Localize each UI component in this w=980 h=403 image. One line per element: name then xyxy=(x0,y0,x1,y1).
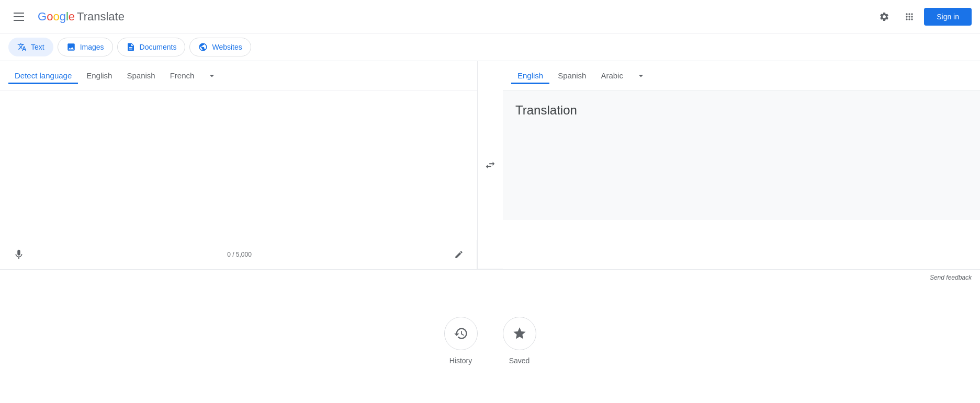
source-more-languages-button[interactable] xyxy=(202,66,221,85)
app-header: Google Translate Sign in xyxy=(0,0,980,33)
chevron-down-icon xyxy=(207,71,217,81)
source-lang-bar: Detect language English Spanish French xyxy=(0,61,477,90)
saved-label: Saved xyxy=(509,356,530,365)
apps-button[interactable] xyxy=(899,6,920,27)
source-spanish-button[interactable]: Spanish xyxy=(120,67,161,84)
source-text-area-panel xyxy=(0,90,477,240)
swap-icon xyxy=(485,159,496,171)
bottom-actions-section: History Saved xyxy=(0,285,980,386)
target-lang-bar: English Spanish Arabic xyxy=(503,61,980,90)
menu-button[interactable] xyxy=(8,6,29,27)
swap-languages-button[interactable] xyxy=(478,61,503,269)
translation-output: Translation xyxy=(503,90,980,195)
tab-images[interactable]: Images xyxy=(58,38,113,56)
target-panel: English Spanish Arabic Translation xyxy=(503,61,980,269)
tab-text[interactable]: Text xyxy=(8,38,53,56)
detect-language-button[interactable]: Detect language xyxy=(8,67,78,84)
tab-images-label: Images xyxy=(80,43,104,51)
edit-button[interactable] xyxy=(449,245,468,264)
microphone-button[interactable] xyxy=(8,244,29,265)
target-spanish-button[interactable]: Spanish xyxy=(551,67,592,84)
history-icon xyxy=(454,326,468,341)
source-panel: Detect language English Spanish French 0… xyxy=(0,61,478,269)
target-footer xyxy=(503,195,980,220)
history-action[interactable]: History xyxy=(444,317,478,365)
translator-container: Detect language English Spanish French 0… xyxy=(0,61,980,270)
source-text-input[interactable] xyxy=(0,90,477,238)
app-logo[interactable]: Google Translate xyxy=(38,10,125,24)
tab-text-label: Text xyxy=(31,43,44,51)
source-english-button[interactable]: English xyxy=(80,67,118,84)
gear-icon xyxy=(879,11,889,22)
tab-documents-label: Documents xyxy=(140,43,177,51)
saved-action[interactable]: Saved xyxy=(503,317,536,365)
logo-translate-text: Translate xyxy=(77,10,125,24)
header-left: Google Translate xyxy=(8,6,125,27)
target-arabic-button[interactable]: Arabic xyxy=(594,67,629,84)
grid-icon xyxy=(904,11,915,22)
sign-in-button[interactable]: Sign in xyxy=(924,8,972,26)
settings-button[interactable] xyxy=(874,6,895,27)
source-footer: 0 / 5,000 xyxy=(0,240,477,269)
tab-websites-label: Websites xyxy=(212,43,242,51)
star-icon xyxy=(512,326,527,341)
websites-tab-icon xyxy=(198,42,208,52)
microphone-icon xyxy=(13,249,25,260)
header-right: Sign in xyxy=(874,6,972,27)
char-count: 0 / 5,000 xyxy=(227,251,252,258)
target-text-area-panel: Translation xyxy=(503,90,980,195)
send-feedback-section: Send feedback xyxy=(0,270,980,285)
images-tab-icon xyxy=(66,42,76,52)
mode-tab-bar: Text Images Documents Websites xyxy=(0,33,980,61)
tab-websites[interactable]: Websites xyxy=(189,38,251,56)
saved-circle-button[interactable] xyxy=(503,317,536,350)
source-french-button[interactable]: French xyxy=(164,67,201,84)
text-tab-icon xyxy=(17,42,27,52)
history-circle-button[interactable] xyxy=(444,317,478,350)
target-english-button[interactable]: English xyxy=(511,67,549,84)
send-feedback-link[interactable]: Send feedback xyxy=(930,274,972,281)
history-label: History xyxy=(449,356,472,365)
target-more-languages-button[interactable] xyxy=(632,66,650,85)
logo-google-text: Google xyxy=(38,10,75,24)
tab-documents[interactable]: Documents xyxy=(117,38,186,56)
documents-tab-icon xyxy=(126,42,136,52)
chevron-down-icon xyxy=(636,71,646,81)
edit-icon xyxy=(454,250,464,259)
